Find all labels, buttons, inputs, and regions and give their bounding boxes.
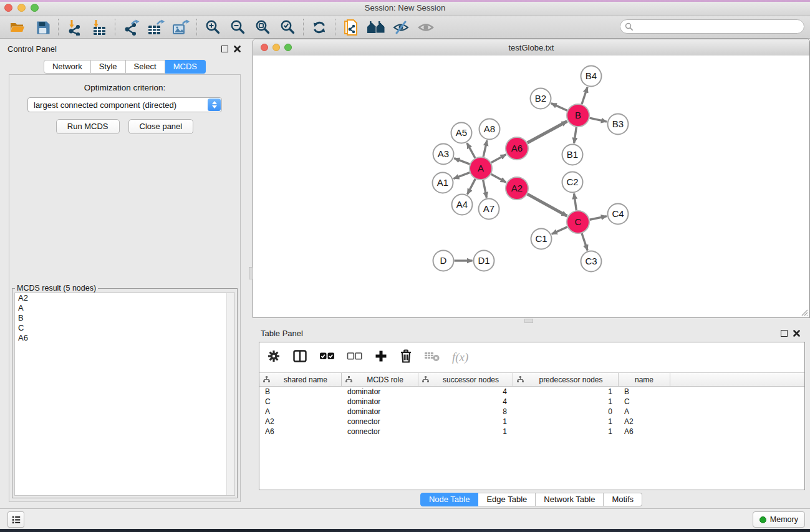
table-row[interactable]: Adominator80A [259, 407, 804, 417]
graph-edge-A6-B[interactable] [528, 122, 567, 143]
table-cell[interactable]: 4 [418, 387, 513, 397]
mcds-result-item[interactable]: A [15, 303, 234, 313]
splitter-handle-horizontal[interactable] [524, 319, 533, 323]
network-graph[interactable]: B4B2BB3A8A5A6A3B1AC2A1A2A4A7C4CC1C3DD1 [253, 56, 809, 317]
table-cell[interactable]: A2 [619, 417, 670, 427]
table-cell[interactable]: dominator [342, 387, 418, 397]
table-cell[interactable]: connector [342, 417, 418, 427]
mcds-result-item[interactable]: A2 [15, 293, 234, 303]
table-cell[interactable]: B [619, 387, 670, 397]
show-graphics-details-button[interactable] [413, 17, 438, 37]
function-builder-button[interactable]: f(x) [452, 351, 468, 364]
graph-edge-C-C1[interactable] [552, 227, 567, 234]
column-header-MCDS-role[interactable]: MCDS role [342, 373, 418, 386]
table-cell[interactable]: C [259, 397, 342, 407]
search-input[interactable] [635, 22, 804, 32]
graph-edge-A-A1[interactable] [453, 173, 470, 179]
network-window-titlebar[interactable]: testGlobe.txt [253, 39, 809, 56]
toggle-panes-button[interactable] [292, 349, 307, 365]
table-row[interactable]: Cdominator41C [259, 397, 804, 407]
tab-mcds[interactable]: MCDS [165, 60, 206, 74]
graph-edge-C-C3[interactable] [582, 233, 587, 250]
table-cell[interactable]: A2 [259, 417, 342, 427]
table-cell[interactable]: B [259, 387, 342, 397]
table-cell[interactable]: 1 [418, 417, 513, 427]
mcds-result-item[interactable]: B [15, 313, 234, 323]
graph-edge-A-A6[interactable] [491, 155, 506, 163]
run-mcds-button[interactable]: Run MCDS [56, 119, 120, 134]
column-header-name[interactable]: name [619, 373, 670, 386]
export-network-button[interactable] [118, 17, 143, 37]
optimization-criterion-dropdown[interactable]: largest connected component (directed) [27, 97, 222, 112]
graph-edge-A-A2[interactable] [491, 174, 506, 182]
table-cell[interactable]: 0 [513, 407, 619, 417]
table-cell[interactable]: 1 [513, 427, 619, 437]
tab-style[interactable]: Style [91, 60, 126, 74]
graph-edge-C-C4[interactable] [590, 216, 607, 220]
graph-edge-A-A3[interactable] [454, 158, 470, 165]
table-cell[interactable]: C [619, 397, 670, 407]
graph-edge-B-B1[interactable] [574, 127, 577, 143]
graph-edge-A-A7[interactable] [483, 180, 487, 198]
export-image-button[interactable] [168, 17, 193, 37]
table-cell[interactable]: 4 [418, 397, 513, 407]
open-session-button[interactable] [5, 17, 30, 37]
scrollbar-track[interactable] [226, 293, 234, 495]
graph-edge-C-C2[interactable] [574, 193, 577, 210]
save-session-button[interactable] [30, 17, 55, 37]
table-cell[interactable]: A [259, 407, 342, 417]
delete-columns-button[interactable] [400, 349, 412, 365]
zoom-selected-button[interactable] [275, 17, 300, 37]
table-cell[interactable]: 1 [513, 417, 619, 427]
float-table-panel-button[interactable] [780, 329, 788, 337]
select-all-button[interactable] [319, 352, 335, 363]
table-row[interactable]: Bdominator41B [259, 387, 804, 397]
tab-motifs[interactable]: Motifs [604, 493, 642, 506]
graph-edge-B-B3[interactable] [590, 118, 607, 122]
table-cell[interactable]: 1 [513, 387, 619, 397]
tab-select[interactable]: Select [126, 60, 165, 74]
import-table-button[interactable] [87, 17, 112, 37]
close-panel-button[interactable] [233, 45, 241, 53]
graph-edge-A-A4[interactable] [467, 179, 475, 195]
table-row[interactable]: A6connector11A6 [259, 427, 804, 437]
mcds-result-item[interactable]: A6 [15, 333, 234, 343]
column-header-shared-name[interactable]: shared name [259, 373, 342, 386]
export-table-button[interactable] [143, 17, 168, 37]
mcds-result-list[interactable]: A2ABCA6 [14, 293, 235, 496]
table-cell[interactable]: 8 [418, 407, 513, 417]
table-cell[interactable]: dominator [342, 397, 418, 407]
graph-edge-A-A5[interactable] [467, 143, 475, 158]
table-settings-button[interactable] [267, 349, 281, 365]
tab-edge-table[interactable]: Edge Table [478, 493, 536, 506]
table-cell[interactable]: A6 [619, 427, 670, 437]
zoom-in-button[interactable] [200, 17, 225, 37]
clear-selection-button[interactable] [347, 352, 362, 363]
column-header-predecessor-nodes[interactable]: predecessor nodes [513, 373, 619, 386]
table-cell[interactable]: A [619, 407, 670, 417]
zoom-out-button[interactable] [225, 17, 250, 37]
show-task-history-button[interactable] [7, 511, 24, 528]
tab-network-table[interactable]: Network Table [536, 493, 604, 506]
network-canvas[interactable]: B4B2BB3A8A5A6A3B1AC2A1A2A4A7C4CC1C3DD1 [253, 56, 809, 317]
graph-edge-A-A8[interactable] [483, 140, 487, 157]
tab-node-table[interactable]: Node Table [420, 493, 479, 506]
graph-edge-A2-C[interactable] [528, 194, 567, 216]
table-row[interactable]: A2connector11A2 [259, 417, 804, 427]
table-cell[interactable]: connector [342, 427, 418, 437]
close-table-panel-button[interactable] [793, 329, 801, 337]
first-neighbors-button[interactable] [364, 17, 388, 37]
table-cell[interactable]: dominator [342, 407, 418, 417]
tab-network[interactable]: Network [44, 60, 91, 74]
column-header-successor-nodes[interactable]: successor nodes [418, 373, 513, 386]
close-panel-button-text[interactable]: Close panel [128, 119, 194, 134]
search-field[interactable] [620, 19, 804, 34]
mcds-result-item[interactable]: C [15, 323, 234, 333]
delete-table-button[interactable] [424, 351, 440, 364]
import-network-button[interactable] [62, 17, 87, 37]
table-cell[interactable]: 1 [513, 397, 619, 407]
graph-edge-B-B2[interactable] [551, 104, 567, 111]
memory-button[interactable]: Memory [753, 511, 805, 528]
table-cell[interactable]: 1 [418, 427, 513, 437]
create-column-button[interactable] [374, 349, 388, 365]
